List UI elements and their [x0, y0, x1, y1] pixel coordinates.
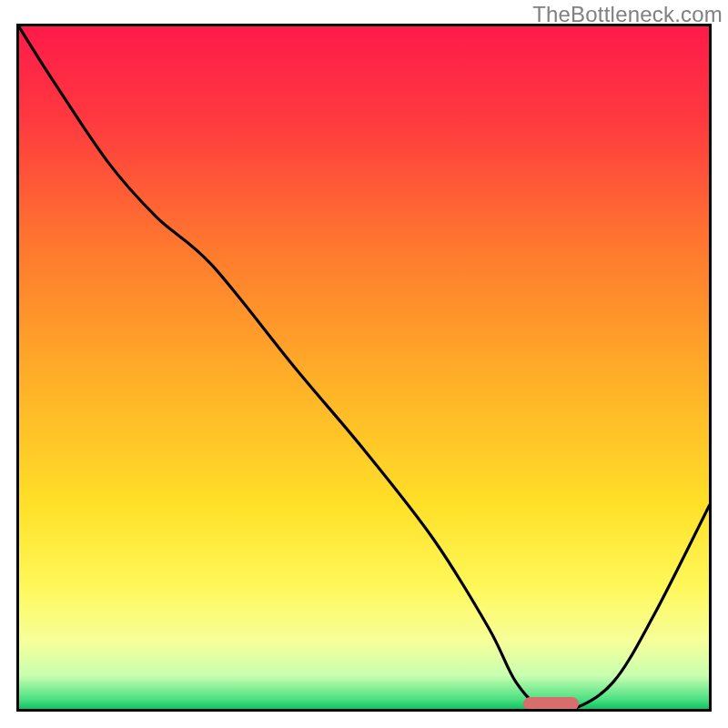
watermark-text: TheBottleneck.com	[532, 2, 723, 27]
svg-rect-1	[18, 25, 711, 711]
plot-frame	[16, 24, 712, 712]
chart-container: TheBottleneck.com	[0, 0, 728, 728]
